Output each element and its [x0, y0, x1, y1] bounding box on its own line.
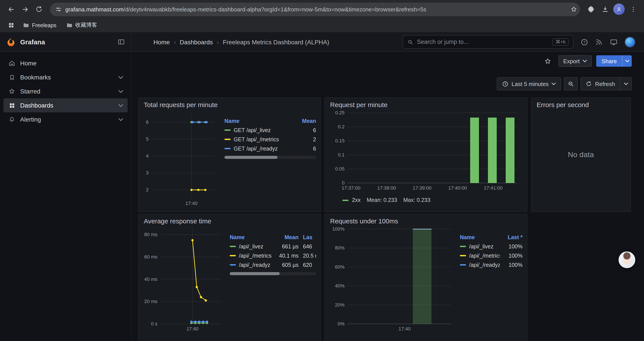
legend-row[interactable]: /api/_livez100%	[460, 242, 522, 251]
bookmark-folder-freeleaps[interactable]: Freeleaps	[19, 21, 60, 30]
extensions-button[interactable]	[584, 3, 598, 16]
legend-series-name[interactable]: /api/_/metrics	[460, 253, 500, 259]
legend-row[interactable]: GET /api/_/readyz6	[224, 144, 316, 153]
reload-button[interactable]	[32, 3, 46, 16]
legend-scrollbar[interactable]	[224, 156, 316, 159]
svg-text:6: 6	[146, 119, 148, 125]
legend-header-row[interactable]: NameMean	[224, 116, 316, 126]
legend-series-name[interactable]: /api/_livez	[230, 243, 276, 249]
legend-col-header[interactable]: Name	[230, 234, 276, 240]
bookmark-star-button[interactable]	[570, 6, 577, 13]
sidebar-item-bookmarks[interactable]: Bookmarks	[4, 70, 128, 84]
legend-series-name[interactable]: /api/_/readyz	[460, 262, 500, 268]
refresh-interval-button[interactable]	[620, 77, 632, 90]
sidebar-item-dashboards[interactable]: Dashboards	[4, 98, 128, 112]
browser-menu-button[interactable]	[626, 3, 640, 16]
export-button[interactable]: Export	[558, 55, 592, 67]
legend-series-name[interactable]: /api/_/metrics	[230, 253, 276, 259]
legend-table-avg-response: NameMeanLas/api/_livez661 µs646/api/_/me…	[230, 233, 316, 339]
favorite-dashboard-button[interactable]	[542, 55, 554, 67]
refresh-button[interactable]: Refresh	[581, 77, 620, 90]
profile-avatar	[613, 4, 625, 15]
panel-title[interactable]: Total requests per minute	[138, 98, 320, 109]
chevron-down-icon[interactable]	[118, 118, 123, 121]
apps-grid-button[interactable]	[5, 20, 17, 31]
legend-col-header[interactable]: Last *	[500, 234, 522, 240]
panel-title[interactable]: Request per minute	[325, 98, 527, 109]
legend-row[interactable]: GET /api/_/metrics2	[224, 135, 316, 144]
panel-title[interactable]: Requests under 100ms	[325, 214, 527, 226]
legend-series-label[interactable]: 2xx	[352, 197, 360, 203]
legend-col-header[interactable]: Name	[224, 118, 298, 124]
site-info-icon[interactable]	[55, 6, 62, 13]
legend-value: 605 µs	[276, 262, 298, 268]
panel-title[interactable]: Average response time	[138, 214, 320, 226]
scrollbar-thumb[interactable]	[224, 156, 278, 159]
legend-value: 2	[298, 136, 316, 142]
chevron-down-icon[interactable]	[118, 90, 123, 93]
legend-request-per-minute[interactable]: 2xx Mean: 0.233 Max: 0.233	[330, 195, 522, 203]
panel-total-requests-per-minute: Total requests per minute 6543217:40 Nam…	[138, 97, 321, 212]
svg-text:20 ms: 20 ms	[144, 299, 158, 304]
legend-row[interactable]: /api/_/metrics100%	[460, 251, 522, 260]
legend-row[interactable]: /api/_/metrics40.1 ms20.5 r	[230, 251, 316, 260]
svg-text:0.2: 0.2	[338, 124, 344, 129]
zoom-out-button[interactable]	[564, 77, 578, 90]
series-color-icon	[224, 139, 230, 140]
floating-assistant-avatar[interactable]	[618, 251, 635, 268]
svg-text:40%: 40%	[335, 283, 344, 288]
legend-col-header[interactable]: Mean	[298, 118, 316, 124]
breadcrumb-dashboards[interactable]: Dashboards	[180, 38, 213, 46]
url-bar[interactable]: grafana.mathmast.com/d/deytv4rwavabkb/fr…	[50, 3, 580, 16]
legend-col-header[interactable]: Mean	[276, 234, 298, 240]
legend-series-name[interactable]: /api/_livez	[460, 243, 500, 249]
svg-text:0: 0	[342, 180, 344, 186]
forward-button[interactable]	[18, 3, 32, 16]
bookmark-folder-blogs[interactable]: 收藏博客	[62, 20, 100, 30]
legend-value: 6	[298, 146, 316, 152]
breadcrumb-home[interactable]: Home	[154, 38, 170, 46]
svg-text:5: 5	[146, 136, 148, 142]
downloads-button[interactable]	[598, 3, 612, 16]
browser-profile-button[interactable]	[612, 3, 626, 16]
sidebar-item-home[interactable]: Home	[4, 56, 128, 70]
search-box[interactable]: ⌘+k	[402, 35, 574, 49]
news-button[interactable]	[595, 38, 603, 46]
sidebar-item-starred[interactable]: Starred	[4, 84, 128, 98]
sidebar-toggle-button[interactable]	[118, 38, 125, 46]
legend-col-header[interactable]: Name	[460, 234, 500, 240]
legend-row[interactable]: /api/_/readyz100%	[460, 260, 522, 269]
chevron-down-icon[interactable]	[118, 104, 123, 107]
back-button[interactable]	[4, 3, 18, 16]
legend-mean: Mean: 0.233	[367, 197, 397, 203]
share-menu-button[interactable]	[622, 55, 632, 67]
svg-text:0.1: 0.1	[338, 152, 344, 158]
bookmark-label: 收藏博客	[75, 22, 97, 29]
legend-row[interactable]: /api/_livez661 µs646	[230, 242, 316, 251]
legend-row[interactable]: /api/_/readyz605 µs620	[230, 260, 316, 269]
search-input[interactable]	[417, 39, 549, 45]
legend-header-row[interactable]: NameMeanLas	[230, 233, 316, 242]
user-avatar[interactable]	[625, 37, 635, 47]
chevron-down-icon[interactable]	[118, 76, 123, 79]
sidebar-item-alerting[interactable]: Alerting	[4, 112, 128, 126]
screen-button[interactable]	[610, 38, 618, 46]
legend-row[interactable]: GET /api/_livez6	[224, 126, 316, 135]
legend-scrollbar[interactable]	[230, 272, 316, 275]
panel-request-per-minute: Request per minute 0.250.20.150.10.05017…	[324, 97, 528, 212]
legend-series-name[interactable]: GET /api/_livez	[224, 127, 298, 133]
search-icon	[407, 39, 414, 45]
legend-col-header[interactable]: Las	[298, 234, 316, 240]
legend-series-name[interactable]: /api/_/readyz	[230, 262, 276, 268]
share-button[interactable]: Share	[596, 55, 622, 67]
legend-header-row[interactable]: NameLast *	[460, 233, 522, 242]
legend-series-name[interactable]: GET /api/_/readyz	[224, 146, 298, 152]
legend-series-name[interactable]: GET /api/_/metrics	[224, 136, 298, 142]
scrollbar-thumb[interactable]	[230, 272, 280, 275]
help-button[interactable]: ?	[580, 38, 588, 46]
time-range-label: Last 5 minutes	[512, 81, 549, 87]
legend-series-label: /api/_/metrics	[469, 253, 500, 259]
svg-text:17:39:00: 17:39:00	[413, 185, 432, 191]
time-range-picker[interactable]: Last 5 minutes	[497, 77, 561, 90]
grafana-logo[interactable]	[6, 37, 16, 47]
